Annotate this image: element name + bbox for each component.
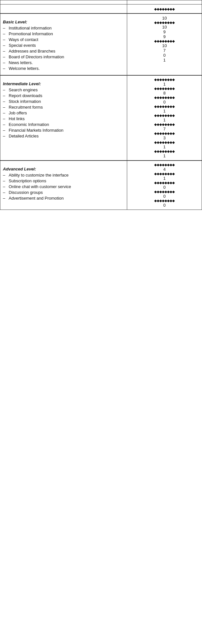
dash: – [3,26,6,30]
dash: – [3,122,6,127]
dash: – [3,93,6,98]
item-label: Addresses and Branches [9,49,55,54]
diamonds: ◆◆◆◆◆◆◆◆ [130,181,199,185]
dash: – [3,178,6,183]
number-val: 10 [130,25,199,29]
number-val: 7 [130,48,199,53]
number-val: 1 [130,109,199,113]
item-label: Stock information [9,99,41,104]
number-val: 3 [130,136,199,140]
col-header-number [127,0,202,4]
item-label: Welcome letters. [9,66,40,71]
intermediate-level-header: Intermediate Level: [3,81,124,86]
number-val: 1 [130,176,199,181]
list-item: – Discussion groups [3,190,124,195]
list-item: – Report downloads [3,93,124,98]
list-item: – Addresses and Branches [3,49,124,54]
diamonds: ◆◆◆◆◆◆◆◆ [130,190,199,194]
list-item: – Ability to customize the interface [3,173,124,178]
diamonds: ◆◆◆◆◆◆◆◆ [130,131,199,136]
diamonds: ◆◆◆◆◆◆◆◆ [130,104,199,109]
number-val: 0 [130,100,199,104]
item-label: Economic Information [9,122,49,127]
intro-number: 1 [130,82,199,87]
item-label: Search engines [9,87,38,92]
number-val: 9 [130,34,199,39]
number-val: 1 [130,153,199,158]
list-item: – Ways of contact [3,37,124,42]
number-val: 10 [130,43,199,48]
list-item: – News letters. [3,60,124,65]
item-label: Discussion groups [9,190,43,195]
diamonds: ◆◆◆◆◆◆◆◆ [130,149,199,153]
diamonds: ◆◆◆◆◆◆◆◆ [130,140,199,144]
item-label: Ways of contact [9,37,38,42]
item-label: News letters. [9,60,33,65]
list-item: – Board of Directors information [3,54,124,59]
item-label: Ability to customize the interface [9,173,68,178]
number-val: 1 [130,58,199,62]
number-val: 9 [130,29,199,34]
item-label: Job offers [9,111,27,115]
dash: – [3,66,6,71]
number-val: 0 [130,203,199,208]
number-val: 8 [130,91,199,95]
item-label: Financial Markets Information [9,128,64,133]
diamonds: ◆◆◆◆◆◆◆◆ [130,95,199,100]
diamonds: ◆◆◆◆◆◆◆◆ [130,199,199,203]
item-label: Hot links [9,116,25,121]
left-cell: Advanced Level: – Ability to customize t… [0,161,127,210]
number-val: 0 [130,53,199,58]
dash: – [3,105,6,110]
dash: – [3,184,6,189]
dash: – [3,128,6,133]
number-val: 0 [130,194,199,199]
right-cell: 10◆◆◆◆◆◆◆◆1099◆◆◆◆◆◆◆◆10701 [127,13,202,75]
basic-level-header: Basic Level: [3,20,124,24]
list-item: – Promotional Information [3,31,124,36]
list-item: – Economic Information [3,122,124,127]
list-item: – Search engines [3,87,124,92]
dash: – [3,99,6,104]
diamonds: ◆◆◆◆◆◆◆◆ [130,113,199,118]
dash: – [3,87,6,92]
item-label: Special events [9,43,36,48]
item-label: Advertisement and Promotion [9,196,64,201]
diamonds: ◆◆◆◆◆◆◆◆ [130,21,199,25]
list-item: – Hot links [3,116,124,121]
left-cell [0,4,127,14]
list-item: – Job offers [3,111,124,115]
right-cell: ◆◆◆◆◆◆◆◆4◆◆◆◆◆◆◆◆1◆◆◆◆◆◆◆◆0◆◆◆◆◆◆◆◆0◆◆◆◆… [127,161,202,210]
dash: – [3,173,6,178]
dash: – [3,31,6,36]
list-item: – Online chat with customer service [3,184,124,189]
item-label: Subscription options [9,178,46,183]
advanced-level-header: Advanced Level: [3,167,124,171]
dash: – [3,37,6,42]
intro-number: 4 [130,167,199,172]
list-item: – Special events [3,43,124,48]
diamonds: ◆◆◆◆◆◆◆◆ [130,163,199,167]
dash: – [3,134,6,138]
dash: – [3,60,6,65]
diamonds: ◆◆◆◆◆◆◆◆ [130,78,199,82]
dash: – [3,111,6,115]
left-cell: Intermediate Level: – Search engines – R… [0,75,127,161]
right-cell: ◆◆◆◆◆◆◆◆1◆◆◆◆◆◆◆◆8◆◆◆◆◆◆◆◆0◆◆◆◆◆◆◆◆1◆◆◆◆… [127,75,202,161]
list-item: – Stock information [3,99,124,104]
col-header-dimensions [0,0,127,4]
list-item: – Subscription options [3,178,124,183]
item-label: Detailed Articles [9,134,39,138]
number-val: 1 [130,144,199,149]
diamonds: ◆◆◆◆◆◆◆◆ [130,122,199,127]
item-label: Institutional information [9,26,52,30]
diamonds: ◆◆◆◆◆◆◆◆ [130,87,199,91]
item-label: Recruitment forms [9,105,43,110]
item-label: Board of Directors information [9,54,64,59]
list-item: – Welcome letters. [3,66,124,71]
dash: – [3,190,6,195]
item-label: Promotional Information [9,31,53,36]
diamonds: ◆◆◆◆◆◆◆◆ [130,39,199,43]
dash: – [3,116,6,121]
list-item: – Institutional information [3,26,124,30]
